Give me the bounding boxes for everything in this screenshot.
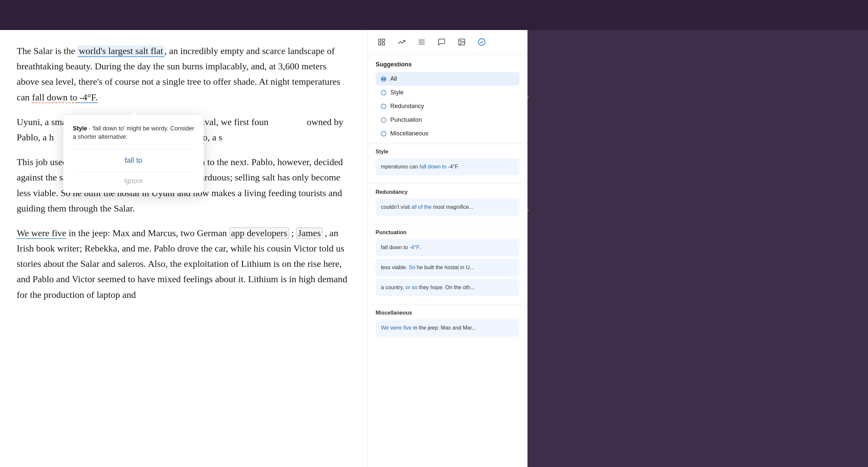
redundancy-section: Redundancy couldn't visit all of the mos… (368, 184, 527, 224)
filter-all[interactable]: All (376, 72, 520, 86)
redundancy-section-title: Redundancy (376, 189, 520, 195)
filter-list: All Style Redundancy Punctuation Miscell… (368, 72, 527, 140)
tooltip-title: Style · 'fall down to' might be wordy. C… (73, 125, 194, 141)
filter-redundancy-radio (381, 104, 386, 109)
punct-3-before: a country, (381, 285, 406, 290)
bg-right (527, 30, 868, 467)
punctuation-section-title: Punctuation (376, 230, 520, 235)
paragraph-1: The Salar is the world's largest salt fl… (17, 43, 350, 105)
redundancy-text-after: most magnifice... (432, 204, 473, 210)
sidebar-toolbar (368, 30, 527, 54)
filter-miscellaneous-label: Miscellaneous (390, 130, 428, 137)
editor-area: The Salar is the world's largest salt fl… (0, 30, 367, 467)
filter-punctuation-radio (381, 118, 386, 123)
misc-highlight: We were five (381, 325, 412, 331)
svg-rect-3 (382, 43, 384, 45)
redundancy-highlight: all of the (411, 204, 431, 210)
toolbar-image-icon[interactable] (456, 36, 468, 48)
miscellaneous-section-title: Miscellaneous (376, 310, 520, 316)
filter-punctuation-label: Punctuation (390, 116, 422, 124)
style-card-text-after: -4°F. (447, 164, 459, 169)
suggestions-header: Suggestions (368, 54, 527, 72)
style-card-text-before: mperatures can (381, 164, 420, 169)
tooltip-popup: Style · 'fall down to' might be wordy. C… (63, 115, 204, 193)
filter-miscellaneous-radio (381, 131, 386, 136)
text-before-highlight: The Salar is the (17, 46, 78, 56)
punctuation-card-3[interactable]: a country, or so they hope. On the oth..… (376, 279, 520, 296)
toolbar-comment-icon[interactable] (436, 36, 448, 48)
we-were-five: We were five (17, 228, 66, 239)
miscellaneous-card[interactable]: We were five in the jeep: Max and Mar... (376, 319, 520, 337)
filter-all-radio (381, 76, 386, 82)
punct-1-before: fall down to (381, 244, 409, 250)
svg-rect-2 (379, 43, 381, 45)
sidebar: Suggestions All Style Redundancy Punctua… (367, 30, 527, 467)
tooltip-suggestion[interactable]: fall to (73, 149, 194, 171)
punct-3-highlight: or so (406, 285, 417, 290)
highlighted-salt-flat: world's largest salt flat (78, 45, 164, 57)
svg-rect-0 (379, 39, 381, 41)
tooltip-category: Style (73, 125, 87, 132)
underlined-fall-down-to: fall down to (32, 92, 77, 103)
punct-1-after: . (420, 244, 421, 250)
filter-all-label: All (390, 75, 397, 82)
style-card[interactable]: mperatures can fall down to -4°F. (376, 158, 520, 175)
filter-redundancy-label: Redundancy (390, 103, 424, 110)
top-bar (0, 0, 868, 30)
app-developers-box: app developers (229, 228, 289, 238)
style-section: Style mperatures can fall down to -4°F. (368, 143, 527, 184)
toolbar-trend-icon[interactable] (396, 36, 408, 48)
james-box: James (296, 228, 322, 238)
misc-text-after: in the jeep: Max and Mar... (412, 325, 476, 331)
punct-3-after: they hope. On the oth... (417, 285, 475, 290)
toolbar-grid-icon[interactable] (376, 36, 388, 48)
punctuation-card-2[interactable]: less viable. So he built the hostal in U… (376, 259, 520, 276)
style-section-title: Style (376, 149, 520, 155)
redundancy-text-before: couldn't visit (381, 204, 411, 210)
style-card-highlight: fall down to (420, 164, 447, 169)
filter-style-radio (381, 90, 386, 95)
punctuation-section: Punctuation fall down to -4°F. less viab… (368, 224, 527, 304)
punct-2-after: he built the hostal in U... (415, 265, 474, 270)
blue-temp: -4°F. (77, 92, 98, 103)
punct-1-highlight: -4°F (409, 244, 419, 250)
miscellaneous-section: Miscellaneous We were five in the jeep: … (368, 304, 527, 344)
tooltip-separator: · (89, 125, 92, 132)
sidebar-content: Suggestions All Style Redundancy Punctua… (368, 54, 527, 467)
punctuation-card-1[interactable]: fall down to -4°F. (376, 239, 520, 256)
toolbar-check-icon[interactable] (476, 36, 488, 48)
filter-style[interactable]: Style (376, 86, 520, 99)
filter-redundancy[interactable]: Redundancy (376, 99, 520, 113)
svg-rect-1 (382, 39, 384, 41)
filter-style-label: Style (390, 89, 404, 96)
paragraph-4: We were five in the jeep: Max and Marcus… (17, 226, 350, 303)
filter-miscellaneous[interactable]: Miscellaneous (376, 127, 520, 140)
tooltip-ignore-button[interactable]: Ignore (73, 171, 194, 193)
toolbar-list-icon[interactable] (416, 36, 428, 48)
punct-2-highlight: So (409, 265, 416, 270)
svg-point-8 (460, 40, 461, 41)
filter-punctuation[interactable]: Punctuation (376, 113, 520, 127)
punct-2-before: less viable. (381, 265, 409, 270)
redundancy-card[interactable]: couldn't visit all of the most magnifice… (376, 198, 520, 216)
